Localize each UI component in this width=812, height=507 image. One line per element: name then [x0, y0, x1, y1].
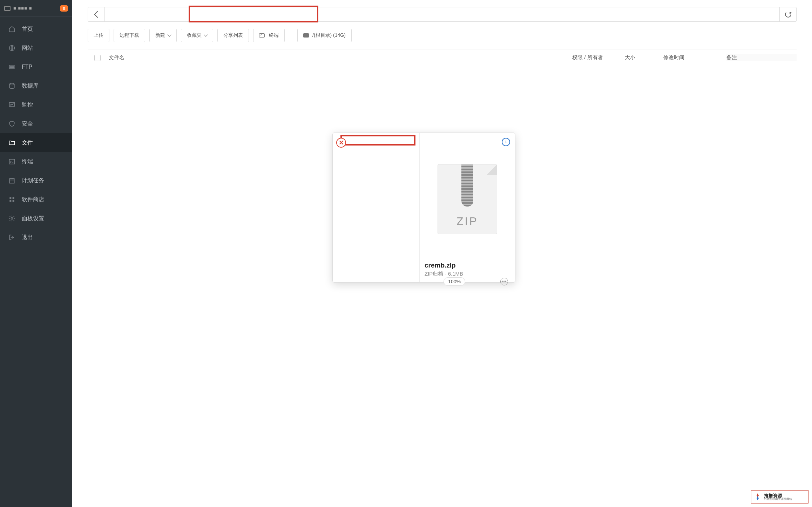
zip-thumbnail: ZIP [425, 138, 510, 260]
sidebar-item-exit[interactable]: 退出 [0, 228, 72, 247]
sidebar-item-globe[interactable]: 网站 [0, 39, 72, 58]
close-button[interactable]: ✕ [336, 138, 346, 148]
calendar-icon [8, 177, 15, 184]
main: 上传 远程下载 新建 收藏夹 分享列表 终端 /(根目录) (14G) 文件名 … [72, 0, 812, 507]
pin-icon [504, 140, 508, 144]
popup-preview: ZIP cremb.zip ZIP归档 - 6.1MB 100% ••• [420, 133, 515, 282]
sidebar: ■.■■■ ■ 0 首页网站FTP数据库监控安全文件终端计划任务软件商店面板设置… [0, 0, 72, 507]
remote-download-button[interactable]: 远程下载 [114, 29, 145, 42]
highlight-box [340, 135, 415, 146]
sidebar-item-home[interactable]: 首页 [0, 20, 72, 39]
svg-rect-9 [9, 200, 11, 202]
disk-icon [303, 33, 309, 38]
zipper-icon [461, 164, 473, 207]
server-name: ■.■■■ ■ [13, 6, 57, 11]
back-button[interactable] [88, 7, 105, 21]
sidebar-item-label: 监控 [22, 101, 33, 109]
preview-popup: ✕ ZIP cremb.zip ZIP归档 - 6.1MB 100% [332, 133, 515, 283]
svg-point-3 [9, 83, 14, 85]
preview-filename: cremb.zip [425, 262, 510, 269]
sidebar-item-label: 软件商店 [22, 196, 44, 203]
sidebar-item-label: FTP [22, 64, 32, 70]
watermark-icon [753, 493, 762, 501]
col-note[interactable]: 备注 [726, 54, 797, 61]
zip-type-label: ZIP [456, 215, 478, 228]
svg-rect-6 [9, 178, 14, 183]
notification-badge[interactable]: 0 [60, 5, 68, 12]
sidebar-item-label: 面板设置 [22, 215, 44, 222]
shield-icon [8, 120, 15, 127]
ftp-icon [8, 63, 15, 70]
sidebar-header: ■.■■■ ■ 0 [0, 0, 72, 17]
svg-rect-5 [9, 159, 15, 164]
disk-usage-button[interactable]: /(根目录) (14G) [297, 29, 352, 42]
sidebar-item-folder[interactable]: 文件 [0, 133, 72, 152]
svg-rect-4 [9, 102, 15, 106]
toolbar: 上传 远程下载 新建 收藏夹 分享列表 终端 /(根目录) (14G) [88, 29, 797, 42]
favorites-button[interactable]: 收藏夹 [181, 29, 213, 42]
svg-rect-10 [13, 200, 14, 202]
breadcrumb-bar [88, 7, 797, 22]
terminal-icon [259, 33, 265, 38]
table-header: 文件名 权限 / 所有者 大小 修改时间 备注 [88, 49, 797, 66]
refresh-button[interactable] [779, 7, 796, 21]
arrow-left-icon [94, 11, 101, 18]
col-perm[interactable]: 权限 / 所有者 [572, 54, 625, 61]
refresh-icon [785, 11, 791, 18]
sidebar-item-shield[interactable]: 安全 [0, 114, 72, 133]
svg-rect-2 [9, 68, 14, 69]
globe-icon [8, 45, 15, 52]
sidebar-item-label: 首页 [22, 26, 33, 33]
terminal-button[interactable]: 终端 [253, 29, 285, 42]
sidebar-item-label: 文件 [22, 139, 33, 147]
svg-point-11 [11, 218, 13, 219]
gear-icon [8, 215, 15, 222]
exit-icon [8, 234, 15, 241]
new-button[interactable]: 新建 [149, 29, 177, 42]
col-size[interactable]: 大小 [625, 54, 663, 61]
upload-button[interactable]: 上传 [88, 29, 109, 42]
folder-icon [8, 139, 15, 146]
sidebar-item-label: 安全 [22, 120, 33, 128]
watermark: 撸撸资源 白嫖互联网资源的网站 [751, 490, 808, 503]
svg-rect-7 [9, 197, 11, 199]
svg-rect-8 [13, 197, 14, 199]
sidebar-item-label: 网站 [22, 45, 33, 52]
apps-icon [8, 196, 15, 203]
db-icon [8, 82, 15, 89]
nav: 首页网站FTP数据库监控安全文件终端计划任务软件商店面板设置退出 [0, 17, 72, 250]
col-name[interactable]: 文件名 [107, 54, 572, 61]
preview-meta: ZIP归档 - 6.1MB [425, 271, 510, 277]
sidebar-item-apps[interactable]: 软件商店 [0, 190, 72, 209]
more-button[interactable]: ••• [500, 278, 508, 285]
select-all-checkbox[interactable] [94, 55, 101, 61]
svg-rect-1 [9, 65, 14, 66]
share-list-button[interactable]: 分享列表 [217, 29, 249, 42]
sidebar-item-gear[interactable]: 面板设置 [0, 209, 72, 228]
terminal-icon [8, 158, 15, 165]
sidebar-item-db[interactable]: 数据库 [0, 76, 72, 95]
zoom-level[interactable]: 100% [444, 277, 465, 286]
sidebar-item-label: 数据库 [22, 82, 39, 90]
sidebar-item-calendar[interactable]: 计划任务 [0, 171, 72, 190]
monitor-icon [4, 6, 11, 11]
sidebar-item-terminal[interactable]: 终端 [0, 152, 72, 171]
sidebar-item-ftp[interactable]: FTP [0, 58, 72, 76]
popup-file-list: ✕ [333, 133, 420, 282]
sidebar-item-monitor[interactable]: 监控 [0, 95, 72, 114]
sidebar-item-label: 计划任务 [22, 177, 44, 184]
col-mtime[interactable]: 修改时间 [663, 54, 726, 61]
pin-button[interactable] [502, 138, 510, 146]
sidebar-item-label: 终端 [22, 158, 33, 165]
chevron-down-icon [167, 33, 171, 36]
sidebar-item-label: 退出 [22, 234, 33, 241]
monitor-icon [8, 101, 15, 108]
home-icon [8, 26, 15, 33]
chevron-down-icon [204, 33, 208, 36]
